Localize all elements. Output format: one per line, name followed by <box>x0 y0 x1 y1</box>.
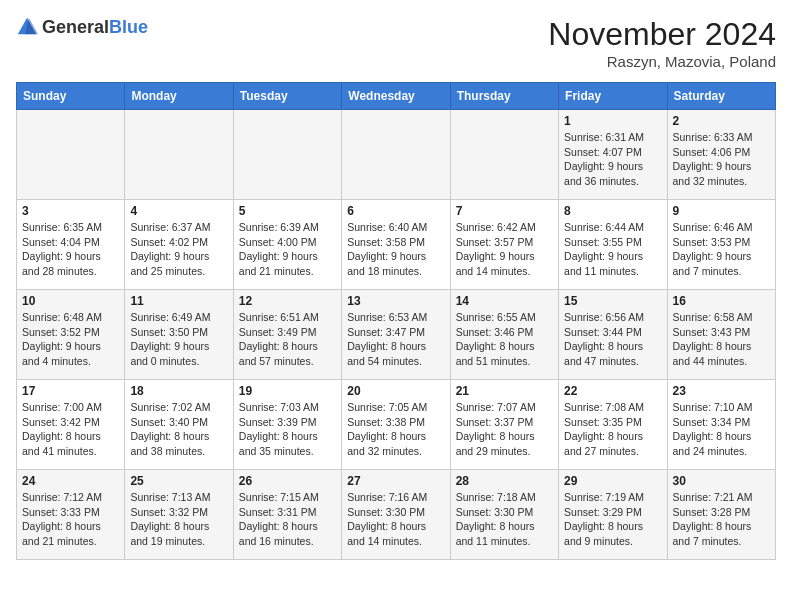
day-info: Sunrise: 7:10 AMSunset: 3:34 PMDaylight:… <box>673 400 770 459</box>
day-number: 24 <box>22 474 119 488</box>
calendar-cell: 19Sunrise: 7:03 AMSunset: 3:39 PMDayligh… <box>233 380 341 470</box>
calendar-cell: 22Sunrise: 7:08 AMSunset: 3:35 PMDayligh… <box>559 380 667 470</box>
day-info: Sunrise: 6:46 AMSunset: 3:53 PMDaylight:… <box>673 220 770 279</box>
weekday-header-tuesday: Tuesday <box>233 83 341 110</box>
day-number: 20 <box>347 384 444 398</box>
logo: GeneralBlue <box>16 16 148 38</box>
day-number: 14 <box>456 294 553 308</box>
day-number: 12 <box>239 294 336 308</box>
day-info: Sunrise: 6:40 AMSunset: 3:58 PMDaylight:… <box>347 220 444 279</box>
day-info: Sunrise: 7:16 AMSunset: 3:30 PMDaylight:… <box>347 490 444 549</box>
calendar-cell: 29Sunrise: 7:19 AMSunset: 3:29 PMDayligh… <box>559 470 667 560</box>
day-number: 29 <box>564 474 661 488</box>
day-info: Sunrise: 6:56 AMSunset: 3:44 PMDaylight:… <box>564 310 661 369</box>
day-info: Sunrise: 6:53 AMSunset: 3:47 PMDaylight:… <box>347 310 444 369</box>
day-info: Sunrise: 7:18 AMSunset: 3:30 PMDaylight:… <box>456 490 553 549</box>
calendar-cell <box>450 110 558 200</box>
day-info: Sunrise: 6:33 AMSunset: 4:06 PMDaylight:… <box>673 130 770 189</box>
day-number: 26 <box>239 474 336 488</box>
weekday-header-thursday: Thursday <box>450 83 558 110</box>
calendar-cell: 28Sunrise: 7:18 AMSunset: 3:30 PMDayligh… <box>450 470 558 560</box>
day-number: 3 <box>22 204 119 218</box>
calendar-cell: 18Sunrise: 7:02 AMSunset: 3:40 PMDayligh… <box>125 380 233 470</box>
weekday-header-monday: Monday <box>125 83 233 110</box>
calendar-week-row: 3Sunrise: 6:35 AMSunset: 4:04 PMDaylight… <box>17 200 776 290</box>
day-info: Sunrise: 7:12 AMSunset: 3:33 PMDaylight:… <box>22 490 119 549</box>
calendar-header-row: SundayMondayTuesdayWednesdayThursdayFrid… <box>17 83 776 110</box>
page-title: November 2024 <box>548 16 776 53</box>
day-info: Sunrise: 6:48 AMSunset: 3:52 PMDaylight:… <box>22 310 119 369</box>
day-info: Sunrise: 7:19 AMSunset: 3:29 PMDaylight:… <box>564 490 661 549</box>
calendar-cell: 20Sunrise: 7:05 AMSunset: 3:38 PMDayligh… <box>342 380 450 470</box>
day-number: 17 <box>22 384 119 398</box>
day-number: 15 <box>564 294 661 308</box>
calendar-cell: 14Sunrise: 6:55 AMSunset: 3:46 PMDayligh… <box>450 290 558 380</box>
calendar-cell: 11Sunrise: 6:49 AMSunset: 3:50 PMDayligh… <box>125 290 233 380</box>
calendar-cell: 6Sunrise: 6:40 AMSunset: 3:58 PMDaylight… <box>342 200 450 290</box>
calendar-table: SundayMondayTuesdayWednesdayThursdayFrid… <box>16 82 776 560</box>
calendar-cell <box>125 110 233 200</box>
day-number: 21 <box>456 384 553 398</box>
calendar-cell: 23Sunrise: 7:10 AMSunset: 3:34 PMDayligh… <box>667 380 775 470</box>
calendar-cell: 3Sunrise: 6:35 AMSunset: 4:04 PMDaylight… <box>17 200 125 290</box>
day-info: Sunrise: 7:08 AMSunset: 3:35 PMDaylight:… <box>564 400 661 459</box>
calendar-cell: 16Sunrise: 6:58 AMSunset: 3:43 PMDayligh… <box>667 290 775 380</box>
calendar-cell: 9Sunrise: 6:46 AMSunset: 3:53 PMDaylight… <box>667 200 775 290</box>
calendar-cell: 1Sunrise: 6:31 AMSunset: 4:07 PMDaylight… <box>559 110 667 200</box>
day-number: 25 <box>130 474 227 488</box>
day-info: Sunrise: 6:51 AMSunset: 3:49 PMDaylight:… <box>239 310 336 369</box>
day-info: Sunrise: 7:13 AMSunset: 3:32 PMDaylight:… <box>130 490 227 549</box>
logo-blue-text: Blue <box>109 17 148 37</box>
day-info: Sunrise: 7:15 AMSunset: 3:31 PMDaylight:… <box>239 490 336 549</box>
calendar-cell: 17Sunrise: 7:00 AMSunset: 3:42 PMDayligh… <box>17 380 125 470</box>
header: GeneralBlue November 2024 Raszyn, Mazovi… <box>16 16 776 70</box>
day-info: Sunrise: 7:05 AMSunset: 3:38 PMDaylight:… <box>347 400 444 459</box>
calendar-week-row: 17Sunrise: 7:00 AMSunset: 3:42 PMDayligh… <box>17 380 776 470</box>
day-number: 5 <box>239 204 336 218</box>
day-number: 6 <box>347 204 444 218</box>
day-number: 22 <box>564 384 661 398</box>
day-info: Sunrise: 6:55 AMSunset: 3:46 PMDaylight:… <box>456 310 553 369</box>
weekday-header-friday: Friday <box>559 83 667 110</box>
day-number: 16 <box>673 294 770 308</box>
calendar-week-row: 1Sunrise: 6:31 AMSunset: 4:07 PMDaylight… <box>17 110 776 200</box>
weekday-header-sunday: Sunday <box>17 83 125 110</box>
day-info: Sunrise: 6:49 AMSunset: 3:50 PMDaylight:… <box>130 310 227 369</box>
day-number: 13 <box>347 294 444 308</box>
day-info: Sunrise: 6:31 AMSunset: 4:07 PMDaylight:… <box>564 130 661 189</box>
day-number: 19 <box>239 384 336 398</box>
calendar-cell: 24Sunrise: 7:12 AMSunset: 3:33 PMDayligh… <box>17 470 125 560</box>
day-number: 8 <box>564 204 661 218</box>
day-number: 30 <box>673 474 770 488</box>
calendar-cell: 5Sunrise: 6:39 AMSunset: 4:00 PMDaylight… <box>233 200 341 290</box>
calendar-cell: 10Sunrise: 6:48 AMSunset: 3:52 PMDayligh… <box>17 290 125 380</box>
weekday-header-saturday: Saturday <box>667 83 775 110</box>
day-number: 2 <box>673 114 770 128</box>
day-number: 1 <box>564 114 661 128</box>
calendar-cell: 2Sunrise: 6:33 AMSunset: 4:06 PMDaylight… <box>667 110 775 200</box>
title-area: November 2024 Raszyn, Mazovia, Poland <box>548 16 776 70</box>
day-info: Sunrise: 6:35 AMSunset: 4:04 PMDaylight:… <box>22 220 119 279</box>
calendar-cell: 13Sunrise: 6:53 AMSunset: 3:47 PMDayligh… <box>342 290 450 380</box>
day-info: Sunrise: 7:03 AMSunset: 3:39 PMDaylight:… <box>239 400 336 459</box>
calendar-cell: 8Sunrise: 6:44 AMSunset: 3:55 PMDaylight… <box>559 200 667 290</box>
day-info: Sunrise: 6:58 AMSunset: 3:43 PMDaylight:… <box>673 310 770 369</box>
calendar-cell: 15Sunrise: 6:56 AMSunset: 3:44 PMDayligh… <box>559 290 667 380</box>
calendar-cell: 21Sunrise: 7:07 AMSunset: 3:37 PMDayligh… <box>450 380 558 470</box>
calendar-cell: 30Sunrise: 7:21 AMSunset: 3:28 PMDayligh… <box>667 470 775 560</box>
day-info: Sunrise: 6:37 AMSunset: 4:02 PMDaylight:… <box>130 220 227 279</box>
day-info: Sunrise: 7:07 AMSunset: 3:37 PMDaylight:… <box>456 400 553 459</box>
calendar-cell: 12Sunrise: 6:51 AMSunset: 3:49 PMDayligh… <box>233 290 341 380</box>
calendar-cell: 4Sunrise: 6:37 AMSunset: 4:02 PMDaylight… <box>125 200 233 290</box>
day-number: 27 <box>347 474 444 488</box>
day-number: 18 <box>130 384 227 398</box>
calendar-cell: 26Sunrise: 7:15 AMSunset: 3:31 PMDayligh… <box>233 470 341 560</box>
generalblue-icon <box>16 16 38 38</box>
day-number: 10 <box>22 294 119 308</box>
page-subtitle: Raszyn, Mazovia, Poland <box>548 53 776 70</box>
logo-general-text: General <box>42 17 109 37</box>
day-number: 7 <box>456 204 553 218</box>
day-number: 23 <box>673 384 770 398</box>
calendar-cell: 7Sunrise: 6:42 AMSunset: 3:57 PMDaylight… <box>450 200 558 290</box>
calendar-cell: 27Sunrise: 7:16 AMSunset: 3:30 PMDayligh… <box>342 470 450 560</box>
